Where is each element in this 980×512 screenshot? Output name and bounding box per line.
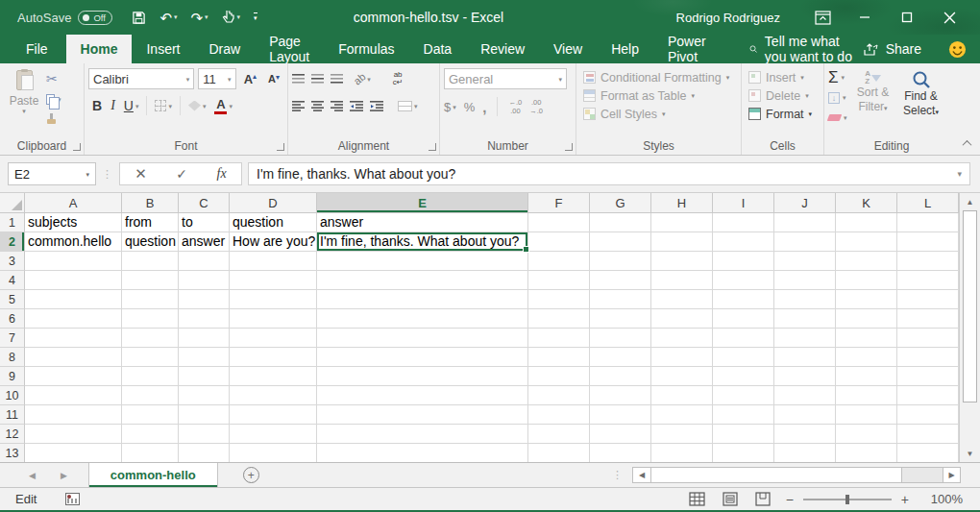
- cell-L1[interactable]: [897, 213, 959, 232]
- page-layout-view-icon[interactable]: [723, 492, 738, 506]
- cell-G5[interactable]: [590, 290, 651, 309]
- cut-button[interactable]: ✂: [46, 71, 61, 86]
- cell-styles-dropdown-icon[interactable]: ▾: [662, 110, 666, 117]
- page-break-view-icon[interactable]: [755, 492, 771, 506]
- column-header-B[interactable]: B: [122, 193, 179, 213]
- cell-F4[interactable]: [528, 271, 590, 290]
- cell-D1[interactable]: question: [230, 213, 317, 232]
- font-name-combo[interactable]: Calibri▾: [88, 68, 194, 89]
- cell-E9[interactable]: [317, 367, 528, 386]
- cell-J1[interactable]: [774, 213, 836, 232]
- insert-dropdown-icon[interactable]: ▾: [800, 74, 804, 81]
- formula-input[interactable]: I'm fine, thanks. What about you? ▾: [248, 162, 970, 185]
- cell-B5[interactable]: [122, 290, 179, 309]
- accounting-format-button[interactable]: $▾: [444, 96, 456, 117]
- column-header-G[interactable]: G: [590, 193, 651, 213]
- cell-C8[interactable]: [179, 348, 230, 367]
- cell-G7[interactable]: [590, 329, 651, 348]
- cell-L13[interactable]: [897, 444, 959, 462]
- cell-L5[interactable]: [897, 290, 959, 309]
- cell-F13[interactable]: [528, 444, 590, 462]
- align-left-button[interactable]: [292, 101, 305, 111]
- cell-J9[interactable]: [774, 367, 836, 386]
- tab-file[interactable]: File: [8, 35, 66, 63]
- cell-G4[interactable]: [590, 271, 651, 290]
- row-header-4[interactable]: 4: [0, 271, 25, 290]
- zoom-slider[interactable]: [803, 499, 892, 500]
- cell-E12[interactable]: [317, 425, 528, 444]
- increase-indent-button[interactable]: [370, 101, 383, 111]
- cell-I8[interactable]: [713, 348, 774, 367]
- cell-J11[interactable]: [774, 405, 836, 425]
- column-header-J[interactable]: J: [774, 193, 836, 213]
- row-header-5[interactable]: 5: [0, 290, 25, 309]
- cell-C1[interactable]: to: [179, 213, 230, 232]
- name-box-dropdown-icon[interactable]: ▾: [86, 171, 89, 178]
- cell-H9[interactable]: [651, 367, 713, 386]
- cell-D12[interactable]: [230, 425, 317, 444]
- clear-button[interactable]: ▾: [828, 110, 847, 126]
- cell-K2[interactable]: [836, 232, 897, 252]
- autosum-dropdown-icon[interactable]: ▾: [842, 74, 845, 81]
- cell-K6[interactable]: [836, 309, 897, 329]
- cell-D8[interactable]: [230, 348, 317, 367]
- format-as-table-button[interactable]: Format as Table ▾: [580, 86, 737, 105]
- row-header-8[interactable]: 8: [0, 348, 25, 367]
- number-dialog-launcher-icon[interactable]: [565, 143, 573, 151]
- decrease-decimal-button[interactable]: .00→.0: [529, 98, 543, 115]
- cell-C3[interactable]: [179, 252, 230, 271]
- merge-center-dropdown-icon[interactable]: ▾: [414, 103, 418, 110]
- cell-H12[interactable]: [651, 425, 713, 444]
- cell-L11[interactable]: [897, 405, 959, 425]
- font-name-dropdown-icon[interactable]: ▾: [186, 76, 190, 83]
- cell-I6[interactable]: [713, 309, 774, 329]
- cell-A2[interactable]: common.hello: [25, 232, 122, 252]
- cell-F2[interactable]: [528, 232, 590, 252]
- column-header-I[interactable]: I: [713, 193, 774, 213]
- vertical-scrollbar[interactable]: ▲ ▼: [959, 193, 980, 462]
- cell-D6[interactable]: [230, 309, 317, 329]
- cell-G11[interactable]: [590, 405, 651, 425]
- cell-L6[interactable]: [897, 309, 959, 329]
- tab-page-layout[interactable]: Page Layout: [255, 35, 324, 63]
- cell-D11[interactable]: [230, 405, 317, 425]
- cell-J8[interactable]: [774, 348, 836, 367]
- cell-H6[interactable]: [651, 309, 713, 329]
- cell-F11[interactable]: [528, 405, 590, 425]
- cell-I10[interactable]: [713, 386, 774, 405]
- cell-B9[interactable]: [122, 367, 179, 386]
- cell-H4[interactable]: [651, 271, 713, 290]
- cell-G12[interactable]: [590, 425, 651, 444]
- cell-I9[interactable]: [713, 367, 774, 386]
- italic-button[interactable]: I: [107, 95, 119, 116]
- clipboard-dialog-launcher-icon[interactable]: [73, 143, 81, 151]
- decrease-indent-button[interactable]: [350, 101, 363, 111]
- bottom-align-button[interactable]: [331, 74, 343, 85]
- find-select-button[interactable]: Find &Select▾: [899, 68, 943, 126]
- tab-formulas[interactable]: Formulas: [324, 35, 408, 63]
- next-sheet-icon[interactable]: ▶: [61, 471, 67, 480]
- cell-E1[interactable]: answer: [317, 213, 528, 232]
- cell-A11[interactable]: [25, 405, 122, 425]
- conditional-formatting-dropdown-icon[interactable]: ▾: [726, 74, 730, 81]
- cell-D2[interactable]: How are you?: [230, 232, 317, 252]
- cell-J10[interactable]: [774, 386, 836, 405]
- cell-D3[interactable]: [230, 252, 317, 271]
- column-header-A[interactable]: A: [25, 193, 122, 213]
- cell-C5[interactable]: [179, 290, 230, 309]
- cell-L2[interactable]: [897, 232, 959, 252]
- tell-me-box[interactable]: Tell me what you want to do: [749, 35, 863, 63]
- sheet-tab-common-hello[interactable]: common-hello: [88, 463, 218, 487]
- row-header-11[interactable]: 11: [0, 405, 25, 425]
- expand-formula-bar-icon[interactable]: ▾: [957, 170, 962, 179]
- font-color-button[interactable]: A▾: [210, 95, 236, 116]
- cell-I7[interactable]: [713, 329, 774, 348]
- cell-B12[interactable]: [122, 425, 179, 444]
- fill-color-dropdown-icon[interactable]: ▾: [203, 103, 207, 110]
- cell-F1[interactable]: [528, 213, 590, 232]
- cell-K13[interactable]: [836, 444, 897, 462]
- cell-F5[interactable]: [528, 290, 590, 309]
- cell-G9[interactable]: [590, 367, 651, 386]
- cell-H1[interactable]: [651, 213, 713, 232]
- zoom-in-button[interactable]: +: [901, 492, 909, 507]
